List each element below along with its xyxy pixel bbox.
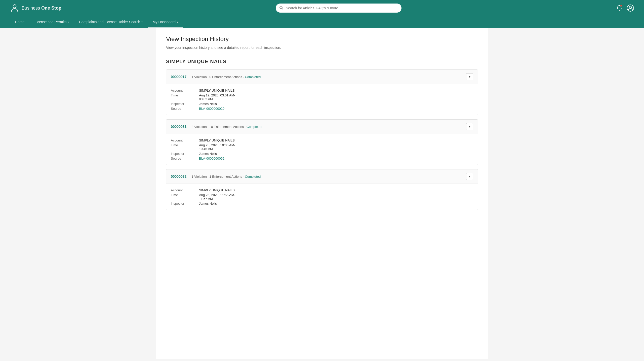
card-header: 00000017 · 1 Violation · 0 Enforcement A…: [166, 70, 478, 84]
inspections-list: 00000017 · 1 Violation · 0 Enforcement A…: [166, 69, 478, 210]
account-value: SIMPLY UNIQUE NAILS: [199, 138, 473, 142]
svg-point-6: [629, 6, 632, 9]
logo-text-regular: Business: [22, 6, 40, 11]
nav-item-license-permits[interactable]: License and Permits ▾: [29, 16, 74, 28]
inspector-value: James Nelis: [199, 102, 473, 106]
chevron-down-icon: ▾: [141, 21, 143, 23]
dot-separator: ·: [188, 125, 189, 129]
card-header: 00000031 · 2 Violations · 0 Enforcement …: [166, 120, 478, 134]
svg-point-3: [619, 10, 620, 11]
inspection-id[interactable]: 00000032: [171, 174, 186, 178]
expand-button[interactable]: ▾: [466, 173, 473, 180]
search-bar: [276, 4, 401, 13]
card-body: Account SIMPLY UNIQUE NAILS Time Aug 19,…: [166, 84, 478, 115]
top-header: Business One Stop: [0, 0, 644, 16]
source-label: Source: [171, 107, 196, 111]
nav-bar: Home License and Permits ▾ Complaints an…: [0, 16, 644, 28]
inspector-value: James Nelis: [199, 152, 473, 156]
nav-label-complaints: Complaints and License Holder Search: [79, 20, 140, 24]
status-badge: Completed: [247, 125, 262, 129]
time-label: Time: [171, 193, 196, 201]
expand-button[interactable]: ▾: [466, 73, 473, 80]
svg-point-4: [620, 5, 622, 7]
notification-bell-icon[interactable]: [616, 5, 623, 12]
chevron-down-icon: ▾: [68, 21, 69, 23]
page-title: View Inspection History: [166, 35, 478, 43]
search-input[interactable]: [276, 4, 401, 13]
source-label: Source: [171, 157, 196, 160]
status-badge: Completed: [245, 175, 261, 178]
time-value: Aug 25, 2020, 10:36 AM-10:46 AM: [199, 143, 473, 151]
card-body: Account SIMPLY UNIQUE NAILS Time Aug 25,…: [166, 134, 478, 165]
detail-grid: Account SIMPLY UNIQUE NAILS Time Aug 25,…: [171, 138, 473, 160]
account-label: Account: [171, 138, 196, 142]
card-header-left: 00000032 · 1 Violation · 1 Enforcement A…: [171, 174, 261, 178]
svg-line-2: [282, 9, 283, 10]
search-icon: [279, 6, 283, 11]
inspection-card: 00000032 · 1 Violation · 1 Enforcement A…: [166, 169, 478, 210]
time-label: Time: [171, 143, 196, 151]
nav-label-license: License and Permits: [34, 20, 66, 24]
status-badge: Completed: [245, 75, 261, 79]
inspector-value: James Nelis: [199, 202, 473, 205]
card-header: 00000032 · 1 Violation · 1 Enforcement A…: [166, 169, 478, 184]
nav-label-dashboard: My Dashboard: [153, 20, 176, 24]
chevron-down-icon: ▾: [177, 21, 178, 23]
account-label: Account: [171, 188, 196, 192]
time-value: Aug 19, 2020, 03:01 AM-03:02 AM: [199, 93, 473, 101]
header-actions: [616, 5, 634, 12]
logo-area: Business One Stop: [10, 4, 61, 13]
account-value: SIMPLY UNIQUE NAILS: [199, 89, 473, 92]
logo-text-bold: One Stop: [41, 6, 61, 11]
main-content: View Inspection History View your inspec…: [156, 28, 488, 359]
card-body: Account SIMPLY UNIQUE NAILS Time Aug 25,…: [166, 184, 478, 210]
source-link[interactable]: BLA-0000000029: [199, 107, 224, 111]
inspection-card: 00000017 · 1 Violation · 0 Enforcement A…: [166, 69, 478, 115]
card-summary: 1 Violation · 1 Enforcement Actions · Co…: [191, 175, 261, 178]
user-avatar-icon[interactable]: [627, 5, 634, 12]
inspection-id[interactable]: 00000031: [171, 125, 186, 129]
nav-item-dashboard[interactable]: My Dashboard ▾: [148, 16, 183, 28]
account-value: SIMPLY UNIQUE NAILS: [199, 188, 473, 192]
dot-separator: ·: [188, 174, 189, 178]
logo-text: Business One Stop: [22, 6, 61, 11]
dot-separator: ·: [188, 75, 189, 79]
inspector-label: Inspector: [171, 152, 196, 156]
inspector-label: Inspector: [171, 202, 196, 205]
nav-label-home: Home: [15, 20, 24, 24]
logo-icon: [10, 4, 19, 13]
expand-button[interactable]: ▾: [466, 123, 473, 130]
account-label: Account: [171, 89, 196, 92]
nav-item-complaints[interactable]: Complaints and License Holder Search ▾: [74, 16, 148, 28]
source-value: BLA-0000000052: [199, 157, 473, 160]
source-value: BLA-0000000029: [199, 107, 473, 111]
card-summary: 1 Violation · 0 Enforcement Actions · Co…: [191, 75, 261, 79]
nav-item-home[interactable]: Home: [10, 16, 29, 28]
inspection-card: 00000031 · 2 Violations · 0 Enforcement …: [166, 119, 478, 165]
card-header-left: 00000031 · 2 Violations · 0 Enforcement …: [171, 125, 262, 129]
business-name: SIMPLY UNIQUE NAILS: [166, 59, 478, 64]
source-link[interactable]: BLA-0000000052: [199, 157, 224, 160]
inspection-id[interactable]: 00000017: [171, 75, 186, 79]
inspector-label: Inspector: [171, 102, 196, 106]
card-header-left: 00000017 · 1 Violation · 0 Enforcement A…: [171, 75, 261, 79]
detail-grid: Account SIMPLY UNIQUE NAILS Time Aug 19,…: [171, 89, 473, 111]
card-summary: 2 Violations · 0 Enforcement Actions · C…: [191, 125, 262, 129]
detail-grid: Account SIMPLY UNIQUE NAILS Time Aug 25,…: [171, 188, 473, 205]
time-label: Time: [171, 93, 196, 101]
time-value: Aug 25, 2020, 11:55 AM-11:57 AM: [199, 193, 473, 201]
page-subtitle: View your inspection history and see a d…: [166, 46, 478, 50]
